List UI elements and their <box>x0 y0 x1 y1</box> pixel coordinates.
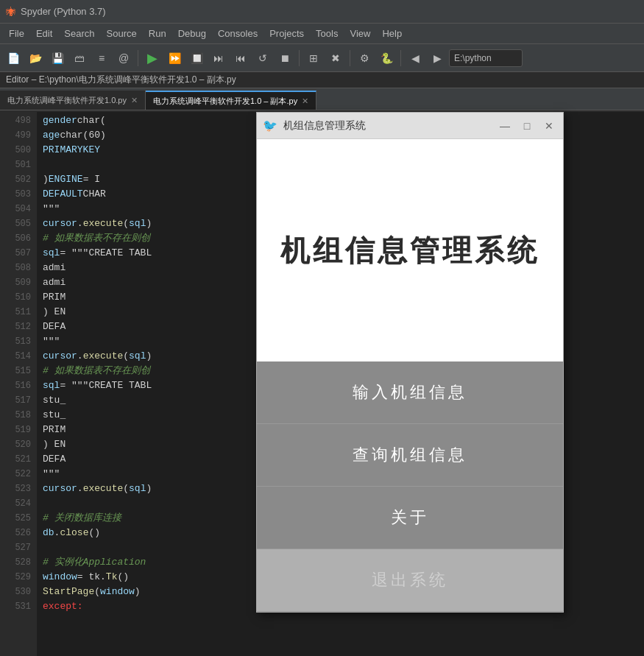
btn-query-info[interactable]: 查询机组信息 <box>257 424 563 487</box>
settings-btn[interactable]: ⚙ <box>354 48 375 68</box>
editor-path: Editor – E:\python\电力系统调峰平衡软件开发1.0 – 副本.… <box>0 72 644 88</box>
floating-window: 🐦 机组信息管理系统 — □ ✕ 机组信息管理系统 输入机组信息 查询机组信息 … <box>256 112 564 613</box>
fw-close-btn[interactable]: ✕ <box>541 118 557 134</box>
save-all-btn[interactable]: 🗃 <box>69 48 90 68</box>
separator-3 <box>350 50 350 66</box>
tab-0-close[interactable]: ✕ <box>131 96 138 105</box>
path-input[interactable]: E:\python <box>449 49 523 67</box>
floating-titlebar: 🐦 机组信息管理系统 — □ ✕ <box>257 113 563 139</box>
stop2-btn[interactable]: ⏹ <box>275 48 295 68</box>
fw-title-text: 机组信息管理系统 <box>283 119 491 133</box>
floating-main-title: 机组信息管理系统 <box>280 230 539 271</box>
menu-view[interactable]: View <box>344 24 376 43</box>
fw-minimize-btn[interactable]: — <box>497 118 513 134</box>
menu-bar: File Edit Search Source Run Debug Consol… <box>0 24 644 44</box>
floating-buttons: 输入机组信息 查询机组信息 关于 退出系统 <box>257 361 563 612</box>
spider-icon: 🕷 <box>6 6 16 18</box>
tab-0[interactable]: 电力系统调峰平衡软件开发1.0.py ✕ <box>0 91 146 110</box>
fw-maximize-btn[interactable]: □ <box>519 118 535 134</box>
title-bar: 🕷 Spyder (Python 3.7) <box>0 0 644 24</box>
python-btn[interactable]: 🐍 <box>376 48 397 68</box>
fw-app-icon: 🐦 <box>263 119 277 133</box>
tab-1-label: 电力系统调峰平衡软件开发1.0 – 副本.py <box>153 96 297 107</box>
back-btn[interactable]: ◀ <box>405 48 425 68</box>
open-file-btn[interactable]: 📂 <box>25 48 46 68</box>
app-title: Spyder (Python 3.7) <box>21 6 106 17</box>
line-numbers: 4984995005015025035045055065075085095105… <box>0 112 37 656</box>
find-btn[interactable]: ⊞ <box>303 48 324 68</box>
menu-tools[interactable]: Tools <box>310 24 344 43</box>
forward-btn[interactable]: ▶ <box>427 48 447 68</box>
toolbar: 📄 📂 💾 🗃 ≡ @ ▶ ⏩ 🔲 ⏭ ⏮ ↺ ⏹ ⊞ ✖ ⚙ 🐍 ◀ ▶ E:… <box>0 44 644 72</box>
separator-1 <box>138 50 138 66</box>
separator-2 <box>299 50 300 66</box>
editor-path-text: Editor – E:\python\电力系统调峰平衡软件开发1.0 – 副本.… <box>6 74 236 86</box>
print-btn[interactable]: ≡ <box>91 48 112 68</box>
run-btn[interactable]: ▶ <box>142 48 163 68</box>
menu-source[interactable]: Source <box>101 24 143 43</box>
menu-file[interactable]: File <box>3 24 30 43</box>
btn-exit[interactable]: 退出系统 <box>257 549 563 612</box>
tab-1-close[interactable]: ✕ <box>302 96 308 106</box>
debug-btn[interactable]: 🔲 <box>186 48 207 68</box>
menu-consoles[interactable]: Consoles <box>212 24 263 43</box>
menu-projects[interactable]: Projects <box>263 24 310 43</box>
save-file-btn[interactable]: 💾 <box>47 48 68 68</box>
replace-btn[interactable]: ✖ <box>325 48 346 68</box>
menu-debug[interactable]: Debug <box>172 24 212 43</box>
menu-help[interactable]: Help <box>376 24 408 43</box>
tab-bar: 电力系统调峰平衡软件开发1.0.py ✕ 电力系统调峰平衡软件开发1.0 – 副… <box>0 88 644 110</box>
stop-btn[interactable]: ⏮ <box>230 48 251 68</box>
separator-4 <box>400 50 401 66</box>
tab-1[interactable]: 电力系统调峰平衡软件开发1.0 – 副本.py ✕ <box>146 91 316 110</box>
new-file-btn[interactable]: 📄 <box>3 48 24 68</box>
run-file-btn[interactable]: ⏩ <box>164 48 185 68</box>
menu-search[interactable]: Search <box>58 24 100 43</box>
refresh-btn[interactable]: ↺ <box>252 48 273 68</box>
btn-about[interactable]: 关于 <box>257 487 563 549</box>
at-btn[interactable]: @ <box>113 48 134 68</box>
btn-input-info[interactable]: 输入机组信息 <box>257 361 563 424</box>
menu-edit[interactable]: Edit <box>30 24 58 43</box>
step-btn[interactable]: ⏭ <box>208 48 229 68</box>
floating-content: 机组信息管理系统 <box>257 139 563 361</box>
tab-0-label: 电力系统调峰平衡软件开发1.0.py <box>7 95 127 106</box>
menu-run[interactable]: Run <box>143 24 172 43</box>
